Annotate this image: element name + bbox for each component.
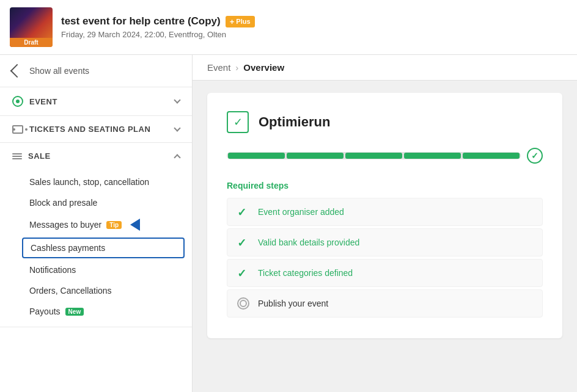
main-layout: Show all events EVENT TICKETS AND SEATIN…	[0, 55, 577, 392]
sale-line-3	[12, 158, 22, 159]
step-check-icon-organiser: ✓	[237, 206, 249, 218]
progress-segment-2	[287, 153, 344, 159]
progress-end-icon	[527, 148, 543, 164]
sidebar-item-cashless-payments[interactable]: Cashless payments	[22, 238, 185, 258]
step-organiser-label: Event organiser added	[258, 207, 344, 217]
progress-segment-3	[345, 153, 402, 159]
sidebar-item-messages-buyer[interactable]: Messages to buyer Tip	[0, 213, 192, 236]
header-info: test event for help centre (Copy) Plus F…	[61, 15, 255, 39]
payouts-label: Payouts	[29, 307, 61, 316]
chevron-down-icon	[174, 96, 180, 103]
nav-section-event-title: EVENT	[12, 96, 57, 107]
optimize-header: Optimierun	[227, 111, 543, 133]
nav-section-tickets-title: TICKETS AND SEATING PLAN	[12, 125, 150, 134]
notifications-label: Notifications	[29, 265, 76, 275]
plus-badge: Plus	[226, 16, 255, 27]
chevron-left-icon	[10, 64, 24, 78]
nav-section-event-header[interactable]: EVENT	[0, 87, 192, 115]
event-icon	[12, 96, 23, 107]
show-all-events-label: Show all events	[29, 66, 89, 76]
progress-segment-4	[404, 153, 461, 159]
breadcrumb-current: Overview	[243, 62, 284, 73]
new-badge: New	[65, 308, 84, 316]
progress-bar-container	[227, 148, 543, 164]
progress-segment-1	[228, 153, 285, 159]
event-title: test event for help centre (Copy)	[61, 15, 221, 27]
sale-icon	[12, 153, 22, 159]
sidebar-item-sales-launch[interactable]: Sales launch, stop, cancellation	[0, 172, 192, 192]
event-thumbnail: Draft	[10, 7, 53, 47]
sidebar-item-block-presale[interactable]: Block and presale	[0, 192, 192, 213]
sale-line-2	[12, 156, 22, 157]
clipboard-icon	[227, 111, 249, 133]
chevron-up-icon-sale	[174, 154, 180, 161]
block-presale-label: Block and presale	[29, 198, 97, 208]
sidebar-item-notifications[interactable]: Notifications	[0, 260, 192, 280]
messages-buyer-label: Messages to buyer	[29, 220, 101, 230]
step-publish: Publish your event	[227, 289, 543, 318]
step-publish-label: Publish your event	[258, 299, 328, 308]
arrow-indicator-icon	[130, 219, 140, 231]
nav-section-event: EVENT	[0, 87, 192, 116]
step-circle-icon-publish	[237, 297, 249, 310]
required-steps-title: Required steps	[227, 181, 543, 191]
tickets-icon	[12, 125, 23, 134]
content-card: Optimierun Required steps	[207, 93, 562, 338]
step-bank-label: Valid bank details provided	[258, 238, 359, 247]
sales-launch-label: Sales launch, stop, cancellation	[29, 177, 149, 187]
step-ticket-categories-label: Ticket categories defined	[258, 268, 353, 278]
nav-section-event-label: EVENT	[29, 97, 57, 106]
step-organiser: ✓ Event organiser added	[227, 198, 543, 226]
draft-badge: Draft	[10, 38, 53, 47]
sidebar-item-payouts[interactable]: Payouts New	[0, 301, 192, 322]
nav-section-tickets-label: TICKETS AND SEATING PLAN	[29, 125, 150, 134]
breadcrumb-bar: Event › Overview	[193, 55, 577, 81]
sale-sub-items: Sales launch, stop, cancellation Block a…	[0, 169, 192, 327]
event-title-row: test event for help centre (Copy) Plus	[61, 15, 255, 27]
progress-segment-5	[463, 153, 520, 159]
progress-track	[227, 152, 521, 159]
nav-section-sale-title: SALE	[12, 151, 51, 161]
main-panel: Optimierun Required steps	[193, 81, 577, 389]
step-check-icon-bank: ✓	[237, 236, 249, 249]
sidebar-item-orders-cancellations[interactable]: Orders, Cancellations	[0, 280, 192, 301]
nav-section-tickets-header[interactable]: TICKETS AND SEATING PLAN	[0, 116, 192, 142]
step-bank: ✓ Valid bank details provided	[227, 228, 543, 256]
step-check-icon-ticket-categories: ✓	[237, 267, 249, 279]
sale-line-1	[12, 153, 22, 154]
main-content: Event › Overview Optimierun	[193, 55, 577, 392]
breadcrumb-parent: Event	[207, 62, 230, 73]
nav-section-sale-header[interactable]: SALE	[0, 143, 192, 169]
sidebar: Show all events EVENT TICKETS AND SEATIN…	[0, 55, 193, 392]
nav-section-sale-label: SALE	[28, 151, 51, 161]
page-header: Draft test event for help centre (Copy) …	[0, 0, 577, 55]
optimize-title: Optimierun	[259, 114, 330, 130]
step-ticket-categories: ✓ Ticket categories defined	[227, 259, 543, 287]
tip-badge: Tip	[106, 221, 122, 229]
show-all-events-link[interactable]: Show all events	[0, 55, 192, 87]
event-subtitle: Friday, 29 March 2024, 22:00, Eventfrog,…	[61, 30, 255, 39]
nav-section-sale: SALE Sales launch, stop, cancellation Bl…	[0, 143, 192, 327]
nav-section-tickets: TICKETS AND SEATING PLAN	[0, 116, 192, 143]
breadcrumb-separator: ›	[235, 62, 238, 73]
cashless-payments-label: Cashless payments	[31, 243, 105, 253]
orders-cancellations-label: Orders, Cancellations	[29, 286, 112, 296]
chevron-down-icon-tickets	[174, 125, 180, 131]
